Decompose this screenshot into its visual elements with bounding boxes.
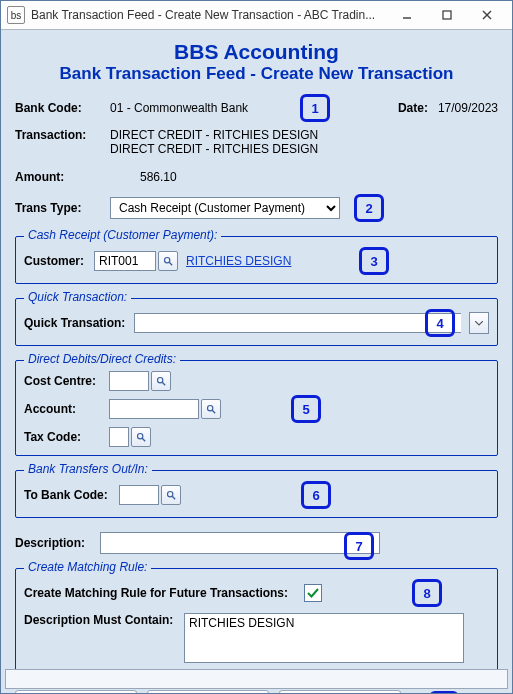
maximize-icon bbox=[442, 10, 452, 20]
search-icon bbox=[163, 256, 173, 266]
transaction-value: DIRECT CREDIT - RITCHIES DESIGN DIRECT C… bbox=[110, 128, 318, 156]
svg-line-7 bbox=[162, 382, 165, 385]
svg-point-6 bbox=[158, 378, 163, 383]
svg-point-12 bbox=[168, 492, 173, 497]
group-bank-transfers-legend: Bank Transfers Out/In: bbox=[24, 462, 152, 476]
amount-value: 586.10 bbox=[110, 170, 177, 184]
group-quick-transaction: Quick Transaction: Quick Transation: 4 bbox=[15, 298, 498, 346]
callout-1: 1 bbox=[300, 94, 330, 122]
callout-2: 2 bbox=[354, 194, 384, 222]
account-input[interactable] bbox=[109, 399, 199, 419]
trans-type-select[interactable]: Cash Receipt (Customer Payment) bbox=[110, 197, 340, 219]
customer-code-input[interactable] bbox=[94, 251, 156, 271]
brand-header: BBS Accounting Bank Transaction Feed - C… bbox=[15, 40, 498, 84]
svg-point-4 bbox=[165, 258, 170, 263]
close-icon bbox=[482, 10, 492, 20]
must-contain-textarea[interactable]: RITCHIES DESIGN bbox=[184, 613, 464, 663]
group-matching-rule: Create Matching Rule: Create Matching Ru… bbox=[15, 568, 498, 674]
quick-transaction-dropdown-button[interactable] bbox=[469, 312, 489, 334]
group-bank-transfers: Bank Transfers Out/In: To Bank Code: 6 bbox=[15, 470, 498, 518]
group-cash-receipt-legend: Cash Receipt (Customer Payment): bbox=[24, 228, 221, 242]
to-bank-code-lookup-button[interactable] bbox=[161, 485, 181, 505]
search-icon bbox=[166, 490, 176, 500]
group-direct-debits-legend: Direct Debits/Direct Credits: bbox=[24, 352, 180, 366]
bank-code-label: Bank Code: bbox=[15, 101, 110, 115]
group-cash-receipt: Cash Receipt (Customer Payment): Custome… bbox=[15, 236, 498, 284]
svg-rect-1 bbox=[443, 11, 451, 19]
svg-line-11 bbox=[142, 438, 145, 441]
svg-point-10 bbox=[138, 434, 143, 439]
bank-code-value: 01 - Commonwealth Bank bbox=[110, 101, 300, 115]
callout-3: 3 bbox=[359, 247, 389, 275]
group-quick-transaction-legend: Quick Transaction: bbox=[24, 290, 131, 304]
customer-label: Customer: bbox=[24, 254, 94, 268]
svg-point-8 bbox=[208, 406, 213, 411]
minimize-button[interactable] bbox=[388, 5, 426, 25]
ok-button[interactable]: OK bbox=[15, 690, 137, 694]
app-window: bs Bank Transaction Feed - Create New Tr… bbox=[0, 0, 513, 694]
svg-line-9 bbox=[212, 410, 215, 413]
transaction-line-1: DIRECT CREDIT - RITCHIES DESIGN bbox=[110, 128, 318, 142]
cost-centre-lookup-button[interactable] bbox=[151, 371, 171, 391]
cancel-button[interactable]: Cancel bbox=[279, 690, 401, 694]
clear-match-button[interactable]: Clear Match bbox=[147, 690, 269, 694]
to-bank-code-input[interactable] bbox=[119, 485, 159, 505]
cost-centre-label: Cost Centre: bbox=[24, 374, 109, 388]
search-icon bbox=[136, 432, 146, 442]
create-rule-label: Create Matching Rule for Future Transact… bbox=[24, 586, 304, 600]
callout-4: 4 bbox=[425, 309, 455, 337]
tax-code-lookup-button[interactable] bbox=[131, 427, 151, 447]
date-label: Date: bbox=[398, 101, 428, 115]
callout-7: 7 bbox=[344, 532, 374, 560]
account-lookup-button[interactable] bbox=[201, 399, 221, 419]
group-matching-rule-legend: Create Matching Rule: bbox=[24, 560, 151, 574]
svg-line-5 bbox=[169, 262, 172, 265]
callout-6: 6 bbox=[301, 481, 331, 509]
create-rule-checkbox[interactable] bbox=[304, 584, 322, 602]
customer-lookup-button[interactable] bbox=[158, 251, 178, 271]
cost-centre-input[interactable] bbox=[109, 371, 149, 391]
window-title: Bank Transaction Feed - Create New Trans… bbox=[31, 8, 386, 22]
transaction-label: Transaction: bbox=[15, 128, 110, 142]
quick-transaction-input[interactable] bbox=[134, 313, 461, 333]
tax-code-input[interactable] bbox=[109, 427, 129, 447]
close-button[interactable] bbox=[468, 5, 506, 25]
transaction-line-2: DIRECT CREDIT - RITCHIES DESIGN bbox=[110, 142, 318, 156]
tax-code-label: Tax Code: bbox=[24, 430, 109, 444]
callout-8: 8 bbox=[412, 579, 442, 607]
account-label: Account: bbox=[24, 402, 109, 416]
callout-5: 5 bbox=[291, 395, 321, 423]
search-icon bbox=[206, 404, 216, 414]
customer-name-link[interactable]: RITCHIES DESIGN bbox=[186, 254, 291, 268]
app-icon: bs bbox=[7, 6, 25, 24]
status-bar bbox=[5, 669, 508, 689]
date-value: 17/09/2023 bbox=[438, 101, 498, 115]
maximize-button[interactable] bbox=[428, 5, 466, 25]
group-direct-debits: Direct Debits/Direct Credits: Cost Centr… bbox=[15, 360, 498, 456]
must-contain-label: Description Must Contain: bbox=[24, 613, 184, 627]
trans-type-label: Trans Type: bbox=[15, 201, 110, 215]
minimize-icon bbox=[402, 10, 412, 20]
chevron-down-icon bbox=[475, 321, 483, 326]
amount-label: Amount: bbox=[15, 170, 110, 184]
check-icon bbox=[307, 587, 319, 599]
svg-line-13 bbox=[172, 496, 175, 499]
search-icon bbox=[156, 376, 166, 386]
description-input[interactable] bbox=[100, 532, 380, 554]
brand-title: BBS Accounting bbox=[15, 40, 498, 63]
to-bank-code-label: To Bank Code: bbox=[24, 488, 119, 502]
brand-subtitle: Bank Transaction Feed - Create New Trans… bbox=[15, 64, 498, 84]
titlebar: bs Bank Transaction Feed - Create New Tr… bbox=[1, 1, 512, 30]
quick-transaction-label: Quick Transation: bbox=[24, 316, 134, 330]
description-label: Description: bbox=[15, 536, 100, 550]
